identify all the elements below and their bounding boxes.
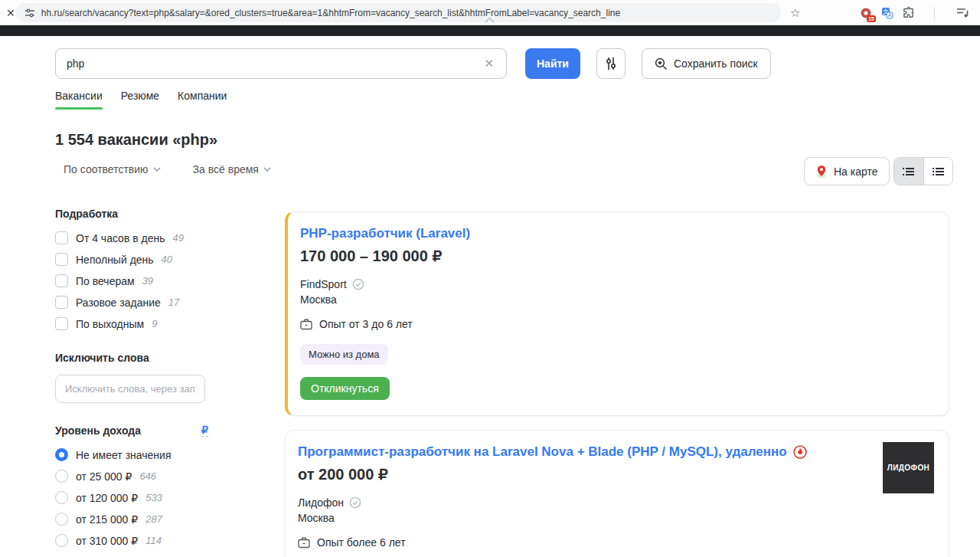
list-detailed-icon (933, 167, 944, 176)
vacancy-list: PHP-разработчик (Laravel) 170 000 – 190 … (285, 211, 949, 557)
clear-search-icon[interactable]: ✕ (482, 57, 495, 70)
tab-companies[interactable]: Компании (178, 90, 227, 110)
extensions-puzzle-icon[interactable] (902, 6, 916, 20)
map-button-label: На карте (834, 165, 878, 178)
bookmark-star-icon[interactable]: ☆ (789, 6, 802, 20)
tab-vacancies[interactable]: Вакансии (55, 90, 103, 110)
checkbox[interactable] (55, 296, 68, 309)
sort-by-label: По соответствию (64, 163, 149, 175)
vacancy-city: Москва (300, 293, 930, 306)
search-input[interactable] (67, 57, 482, 70)
exclude-words-input[interactable] (55, 375, 205, 403)
extension-icon[interactable]: 15 (859, 6, 873, 20)
filter-count: 9 (152, 318, 157, 329)
map-pin-icon (815, 165, 828, 179)
hot-vacancy-icon (793, 445, 807, 459)
vacancy-experience-row: Опыт более 6 лет (298, 536, 930, 549)
checkbox[interactable] (55, 253, 68, 266)
filter-checkbox-row[interactable]: По выходным 9 (55, 316, 208, 331)
vacancy-salary: 170 000 – 190 000 ₽ (300, 247, 930, 265)
filter-title: Исключить слова (55, 352, 208, 364)
income-radio-row[interactable]: от 310 000 ₽ 114 (55, 533, 208, 548)
filter-label: Разовое задание (76, 297, 161, 309)
radio[interactable] (55, 491, 68, 504)
vacancy-card: PHP-разработчик (Laravel) 170 000 – 190 … (285, 211, 949, 416)
filter-count: 646 (139, 470, 156, 482)
income-radio-row[interactable]: от 120 000 ₽ 533 (55, 490, 208, 505)
filter-label: От 4 часов в день (76, 232, 165, 244)
filter-checkbox-row[interactable]: Неполный день 40 (55, 252, 208, 267)
save-search-label: Сохранить поиск (674, 57, 758, 70)
period-dropdown[interactable]: За всё время (193, 163, 271, 175)
filter-checkbox-row[interactable]: От 4 часов в день 49 (55, 231, 208, 245)
filter-label: Не имеет значения (76, 449, 171, 461)
income-radio-row[interactable]: Не имеет значения (55, 447, 208, 462)
filter-label: от 310 000 ₽ (76, 535, 138, 547)
income-radio-row[interactable]: от 25 000 ₽ 646 (55, 469, 208, 483)
checkbox[interactable] (55, 231, 68, 244)
find-button[interactable]: Найти (525, 48, 580, 79)
filter-label: По вечерам (76, 275, 135, 287)
media-controls-icon[interactable] (956, 6, 970, 20)
sort-by-dropdown[interactable]: По соответствию (64, 163, 161, 175)
view-controls: На карте (804, 157, 953, 185)
filter-count: 17 (168, 297, 179, 308)
tab-resumes[interactable]: Резюме (121, 90, 159, 110)
chevron-down-icon (263, 167, 271, 172)
verified-icon (349, 496, 361, 509)
filter-label: от 120 000 ₽ (76, 492, 138, 504)
company-logo[interactable]: ЛИДОФОН (883, 442, 934, 493)
site-settings-icon[interactable] (24, 8, 35, 18)
checkbox[interactable] (55, 274, 68, 287)
vacancy-salary: от 200 000 ₽ (298, 465, 930, 483)
search-tabs: Вакансии Резюме Компании (55, 90, 227, 110)
vacancy-title-link[interactable]: Программист-разработчик на Laravel Nova … (298, 444, 807, 460)
svg-text:A: A (887, 12, 891, 18)
toolbar-separator (934, 7, 935, 19)
filter-section-exclude: Исключить слова (55, 352, 208, 403)
advanced-search-button[interactable] (596, 48, 626, 79)
list-detailed-view-button[interactable] (923, 158, 952, 185)
extension-badge: 15 (867, 15, 876, 22)
experience-label: Опыт от 3 до 6 лет (319, 318, 413, 330)
vacancy-title-link[interactable]: PHP-разработчик (Laravel) (300, 226, 470, 241)
map-view-button[interactable]: На карте (804, 157, 890, 185)
filter-count: 287 (145, 513, 162, 525)
saved-search-icon (655, 57, 668, 70)
filter-checkbox-row[interactable]: Разовое задание 17 (55, 295, 208, 310)
radio[interactable] (55, 513, 68, 526)
radio-selected[interactable] (55, 448, 68, 461)
radio[interactable] (55, 470, 68, 483)
experience-label: Опыт более 6 лет (317, 536, 406, 549)
filter-count: 114 (145, 535, 162, 546)
parttime-title: Подработка (55, 208, 118, 220)
verified-icon (352, 278, 364, 290)
filter-title: Подработка (55, 208, 208, 220)
filter-label: Неполный день (76, 254, 154, 266)
filter-label: от 25 000 ₽ (76, 470, 132, 483)
company-name[interactable]: FindSport (300, 278, 347, 290)
briefcase-icon (298, 537, 310, 549)
close-icon[interactable]: ✕ (6, 2, 15, 24)
hh-search-page: ✕ Найти Сохранить поиск Вакансии Резюме (0, 36, 980, 557)
vacancy-company-row: FindSport (300, 278, 930, 290)
exclude-title: Исключить слова (55, 352, 149, 364)
translate-icon[interactable]: 文A (880, 6, 894, 20)
list-view-button[interactable] (894, 158, 923, 185)
income-radio-row[interactable]: от 215 000 ₽ 287 (55, 512, 208, 526)
filter-label: По выходным (76, 318, 144, 330)
filter-checkbox-row[interactable]: По вечерам 39 (55, 274, 208, 288)
checkbox[interactable] (55, 317, 68, 330)
currency-switch-link[interactable]: ₽ (201, 424, 208, 437)
company-name[interactable]: Лидофон (298, 496, 344, 509)
radio[interactable] (55, 534, 68, 547)
apply-button[interactable]: Откликнуться (300, 377, 390, 400)
filter-title: Уровень дохода ₽ (55, 424, 208, 437)
address-bar[interactable]: hh.ru/search/vacancy?text=php&salary=&or… (15, 3, 781, 22)
briefcase-icon (300, 319, 312, 330)
toolbar-icons: ☆ 15 文A New (789, 4, 980, 22)
save-search-button[interactable]: Сохранить поиск (642, 48, 771, 79)
url-text[interactable]: hh.ru/search/vacancy?text=php&salary=&or… (41, 8, 620, 18)
filter-label: от 215 000 ₽ (76, 513, 138, 526)
search-box: ✕ (55, 48, 507, 79)
